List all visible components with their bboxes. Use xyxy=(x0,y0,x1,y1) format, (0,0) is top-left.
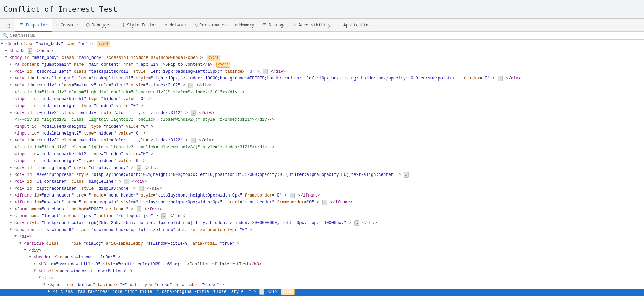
html-tree-row[interactable]: <input id="modalminheight3" type="hidden… xyxy=(0,158,644,165)
expand-arrow[interactable] xyxy=(10,82,14,88)
tab-application-label: Application xyxy=(343,23,371,28)
toolbar-left: ⬚ xyxy=(1,19,15,32)
memory-icon: ⊗ xyxy=(235,22,238,28)
debugger-icon: ⬡ xyxy=(86,22,90,28)
expand-arrow[interactable] xyxy=(34,261,39,267)
tab-debugger[interactable]: ⬡ Debugger xyxy=(82,19,116,32)
expand-arrow[interactable] xyxy=(10,220,14,225)
expand-arrow[interactable] xyxy=(10,137,14,143)
expand-arrow[interactable] xyxy=(34,268,39,274)
expand-arrow[interactable] xyxy=(10,206,14,212)
tab-memory-label: Memory xyxy=(239,23,254,28)
expand-arrow[interactable] xyxy=(5,55,10,60)
cursor-icon: ⬚ xyxy=(7,23,10,28)
performance-icon: ◷ xyxy=(195,22,198,28)
html-tree-row[interactable]: <i class="fas fa-times" role="img" title… xyxy=(0,289,644,296)
tab-network[interactable]: ↕ Network xyxy=(161,19,191,32)
devtools-panel: ⬚ ☰ Inspector ⊡ Console ⬡ Debugger {} St… xyxy=(0,19,644,297)
html-tree-row[interactable]: <div id="tsscroll_left" class="tasksplit… xyxy=(0,68,644,75)
html-tree-row[interactable]: <h3 id="sswindow-title-9" style="width: … xyxy=(0,261,644,268)
expand-arrow[interactable] xyxy=(19,241,24,246)
expand-arrow[interactable] xyxy=(48,289,53,294)
html-tree-row[interactable]: <input id="modalminheight" type="hidden"… xyxy=(0,103,644,110)
html-tree-row[interactable]: <div id="mwindiv3" class="mwindiv" role=… xyxy=(0,137,644,144)
html-tree-row[interactable]: <iframe id="msg_win" src="" name="msg_wi… xyxy=(0,199,644,206)
style-editor-icon: {} xyxy=(120,22,125,28)
expand-arrow[interactable] xyxy=(10,227,14,232)
tab-style-editor[interactable]: {} Style Editor xyxy=(116,19,161,32)
tab-debugger-label: Debugger xyxy=(91,23,111,28)
tab-storage[interactable]: ☰ Storage xyxy=(259,19,290,32)
expand-arrow[interactable] xyxy=(10,199,14,205)
html-tree-row[interactable]: <div id="ui_container" class="singleline… xyxy=(0,179,644,185)
expand-arrow[interactable] xyxy=(10,62,14,67)
expand-arrow[interactable] xyxy=(10,75,14,81)
expand-arrow[interactable] xyxy=(10,192,14,198)
expand-arrow[interactable] xyxy=(43,282,48,287)
html-tree-row[interactable]: <header class="sswindow-titleBar" > xyxy=(0,254,644,261)
html-tree-row[interactable]: <div id="mwindiv" class="mwindiv" role="… xyxy=(0,82,644,89)
html-tree-row[interactable]: <div id="loading-image" style="display: … xyxy=(0,165,644,172)
html-tree-row[interactable]: <div id="captchacontainer" style="displa… xyxy=(0,185,644,192)
html-tree-row[interactable]: <div style="background-color: rgb(255, 2… xyxy=(0,220,644,227)
expand-arrow[interactable] xyxy=(10,185,14,191)
html-tree-row[interactable]: <body id="main_body" class="main_body" a… xyxy=(0,55,644,62)
search-bar: 🔍 xyxy=(0,32,644,40)
expand-arrow[interactable] xyxy=(10,110,14,115)
cursor-button[interactable]: ⬚ xyxy=(3,21,13,30)
html-tree-row[interactable]: </span> xyxy=(0,296,644,297)
html-tree-row[interactable]: <section id="sswindow-9" class="sswindow… xyxy=(0,227,644,234)
tab-console[interactable]: ⊡ Console xyxy=(52,19,82,32)
browser-chrome: Conflict of Interest Test xyxy=(0,0,644,19)
html-tree-row[interactable]: <input id="modalusemaxheight" type="hidd… xyxy=(0,96,644,103)
html-tree-row[interactable]: <html class="main_body" lang="en" > even… xyxy=(0,41,644,48)
expand-arrow[interactable] xyxy=(10,213,14,219)
html-tree-row[interactable]: <div> xyxy=(0,234,644,241)
tab-accessibility[interactable]: ♿ Accessibility xyxy=(290,19,335,32)
expand-arrow[interactable] xyxy=(10,68,14,74)
tab-performance[interactable]: ◷ Performance xyxy=(191,19,231,32)
network-icon: ↕ xyxy=(165,22,168,28)
tab-accessibility-label: Accessibility xyxy=(298,23,331,28)
page-title: Conflict of Interest Test xyxy=(3,3,641,15)
html-tree-row[interactable]: <div id="saveinprogress" style="display:… xyxy=(0,172,644,179)
storage-icon: ☰ xyxy=(263,22,267,28)
html-tree-row[interactable]: <li> xyxy=(0,275,644,282)
html-tree-row[interactable]: <div id="tsscroll_right" class="taskspli… xyxy=(0,75,644,82)
html-tree-row[interactable]: <div> xyxy=(0,247,644,254)
html-tree-row[interactable]: <!--div id="lightdiv3" class="lightdiv l… xyxy=(0,144,644,151)
expand-arrow[interactable] xyxy=(10,179,14,184)
tab-network-label: Network xyxy=(169,23,187,28)
expand-arrow[interactable] xyxy=(24,247,29,253)
html-tree-row[interactable]: <iframe id="menu_header" src="" name="me… xyxy=(0,192,644,199)
expand-arrow[interactable] xyxy=(29,254,34,260)
tab-application[interactable]: ⊞ Application xyxy=(335,19,375,32)
expand-arrow[interactable] xyxy=(14,234,19,239)
expand-arrow[interactable] xyxy=(39,275,43,280)
html-tree-row[interactable]: <div id="mwindiv2" class="mwindiv" role=… xyxy=(0,110,644,117)
tab-memory[interactable]: ⊗ Memory xyxy=(231,19,258,32)
html-tree-row[interactable]: <input id="modalusemaxheight2" type="hid… xyxy=(0,124,644,130)
html-tree-row[interactable]: <a content="jumptomain" name="main_conte… xyxy=(0,62,644,68)
tab-storage-label: Storage xyxy=(269,23,286,28)
console-icon: ⊡ xyxy=(56,22,59,28)
expand-arrow[interactable] xyxy=(10,172,14,177)
expand-arrow[interactable] xyxy=(1,41,6,46)
html-tree-row[interactable]: <!--div id="lightdiv" class="lightdiv" o… xyxy=(0,89,644,96)
search-html-input[interactable] xyxy=(10,33,641,38)
html-tree-row[interactable]: <input id="modalusemaxheight3" type="hid… xyxy=(0,151,644,158)
html-tree-row[interactable]: <!--div id="lightdiv2" class="lightdiv l… xyxy=(0,117,644,124)
expand-arrow[interactable] xyxy=(10,165,14,170)
tab-performance-label: Performance xyxy=(199,23,227,28)
html-tree-row[interactable]: <form name="catchpost" method="POST" act… xyxy=(0,206,644,213)
html-tree: <html class="main_body" lang="en" > even… xyxy=(0,40,644,297)
html-tree-row[interactable]: <ul class="sswindow-titleBarButtons" > xyxy=(0,268,644,275)
html-tree-row[interactable]: <article class=" " role="dialog" aria-la… xyxy=(0,241,644,247)
tab-inspector[interactable]: ☰ Inspector xyxy=(15,19,52,32)
html-tree-row[interactable]: <form name="logout" method="post" action… xyxy=(0,213,644,220)
html-tree-row[interactable]: <head> … </head> xyxy=(0,48,644,55)
html-tree-row[interactable]: <input id="modalminheight2" type="hidden… xyxy=(0,130,644,137)
tab-style-editor-label: Style Editor xyxy=(127,23,157,28)
html-tree-row[interactable]: <span role="button" tabindex="0" data-ty… xyxy=(0,282,644,289)
expand-arrow[interactable] xyxy=(5,48,10,53)
